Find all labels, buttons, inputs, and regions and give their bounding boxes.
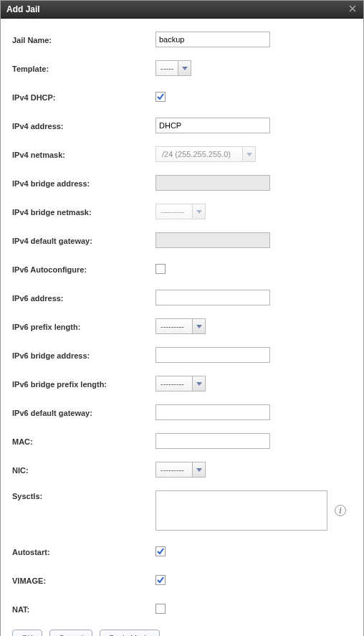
ipv6-prefix-length-value: --------- — [156, 322, 192, 331]
row-ipv6-prefix-length: IPv6 prefix length: --------- — [12, 318, 352, 334]
sysctls-input[interactable] — [155, 490, 327, 531]
ipv4-address-input[interactable] — [155, 118, 270, 133]
ok-button[interactable]: OK — [12, 630, 42, 636]
row-autostart: Autostart: — [12, 544, 352, 559]
label-ipv6-autoconfigure: IPv6 Autoconfigure: — [12, 264, 155, 274]
row-ipv4-netmask: IPv4 netmask: /24 (255.255.255.0) — [12, 146, 352, 162]
row-template: Template: ----- — [12, 60, 352, 76]
vimage-checkbox[interactable] — [155, 575, 166, 585]
label-ipv4-dhcp: IPv4 DHCP: — [12, 92, 155, 102]
basic-mode-button[interactable]: Basic Mode — [100, 630, 159, 636]
label-ipv6-prefix-length: IPv6 prefix length: — [12, 321, 155, 331]
chevron-down-icon — [192, 462, 205, 477]
template-select[interactable]: ----- — [155, 60, 191, 76]
label-nat: NAT: — [12, 604, 155, 614]
window-title: Add Jail — [6, 4, 40, 14]
template-select-value: ----- — [156, 64, 178, 72]
nic-select[interactable]: --------- — [155, 462, 206, 478]
add-jail-dialog: Add Jail Jail Name: Template: ----- — [0, 0, 364, 636]
ipv4-netmask-value: /24 (255.255.255.0) — [156, 150, 242, 158]
chevron-down-icon — [242, 147, 255, 161]
row-ipv6-autoconfigure: IPv6 Autoconfigure: — [12, 261, 352, 277]
ipv4-dhcp-checkbox[interactable] — [155, 92, 166, 102]
label-vimage: VIMAGE: — [12, 575, 155, 585]
row-ipv6-bridge-prefix-length: IPv6 bridge prefix length: --------- — [12, 376, 352, 391]
row-ipv4-address: IPv4 address: — [12, 118, 352, 133]
label-nic: NIC: — [12, 465, 155, 475]
row-jail-name: Jail Name: — [12, 32, 352, 47]
row-ipv4-default-gateway: IPv4 default gateway: — [12, 232, 352, 248]
ipv4-bridge-netmask-select[interactable]: --------- — [155, 204, 206, 219]
ipv6-default-gateway-input[interactable] — [155, 404, 270, 420]
label-jail-name: Jail Name: — [12, 34, 155, 44]
chevron-down-icon — [192, 204, 205, 219]
label-ipv4-bridge-netmask: IPv4 bridge netmask: — [12, 207, 155, 217]
label-ipv4-netmask: IPv4 netmask: — [12, 149, 155, 159]
label-autostart: Autostart: — [12, 546, 155, 556]
chevron-down-icon — [192, 376, 205, 391]
ipv6-prefix-length-select[interactable]: --------- — [155, 318, 206, 334]
mac-input[interactable] — [155, 433, 270, 449]
ipv4-bridge-address-input — [155, 175, 270, 191]
ipv6-bridge-address-input[interactable] — [155, 347, 270, 363]
label-ipv4-address: IPv4 address: — [12, 120, 155, 130]
row-sysctls: Sysctls: i — [12, 490, 352, 531]
label-ipv6-default-gateway: IPv6 default gateway: — [12, 407, 155, 417]
row-mac: MAC: — [12, 433, 352, 449]
ipv4-bridge-netmask-value: --------- — [156, 207, 192, 216]
row-ipv6-address: IPv6 address: — [12, 290, 352, 305]
row-nat: NAT: — [12, 601, 352, 617]
label-ipv6-bridge-address: IPv6 bridge address: — [12, 350, 155, 360]
label-ipv6-address: IPv6 address: — [12, 293, 155, 303]
ipv4-netmask-select[interactable]: /24 (255.255.255.0) — [155, 146, 256, 162]
jail-name-input[interactable] — [155, 32, 270, 47]
autostart-checkbox[interactable] — [155, 546, 166, 556]
ipv4-default-gateway-input — [155, 232, 270, 248]
chevron-down-icon — [178, 61, 191, 75]
nat-checkbox[interactable] — [155, 604, 166, 614]
label-ipv4-default-gateway: IPv4 default gateway: — [12, 235, 155, 245]
label-ipv4-bridge-address: IPv4 bridge address: — [12, 178, 155, 188]
ipv6-address-input[interactable] — [155, 290, 270, 305]
info-icon[interactable]: i — [335, 505, 346, 516]
row-ipv6-bridge-address: IPv6 bridge address: — [12, 347, 352, 363]
title-bar: Add Jail — [1, 1, 363, 19]
row-ipv4-dhcp: IPv4 DHCP: — [12, 89, 352, 105]
cancel-button[interactable]: Cancel — [49, 630, 92, 636]
row-vimage: VIMAGE: — [12, 572, 352, 588]
row-nic: NIC: --------- — [12, 462, 352, 478]
nic-value: --------- — [156, 465, 192, 474]
label-mac: MAC: — [12, 436, 155, 446]
button-row: OK Cancel Basic Mode — [12, 630, 352, 636]
ipv6-bridge-prefix-length-value: --------- — [156, 379, 192, 388]
dialog-content: Jail Name: Template: ----- IPv4 DHCP: — [1, 19, 363, 636]
ipv6-autoconfigure-checkbox[interactable] — [155, 264, 166, 274]
row-ipv4-bridge-address: IPv4 bridge address: — [12, 175, 352, 191]
ipv6-bridge-prefix-length-select[interactable]: --------- — [155, 376, 206, 391]
label-sysctls: Sysctls: — [12, 490, 155, 500]
row-ipv6-default-gateway: IPv6 default gateway: — [12, 404, 352, 420]
label-ipv6-bridge-prefix-length: IPv6 bridge prefix length: — [12, 379, 155, 389]
close-icon[interactable] — [348, 5, 358, 14]
chevron-down-icon — [192, 319, 205, 333]
row-ipv4-bridge-netmask: IPv4 bridge netmask: --------- — [12, 204, 352, 219]
label-template: Template: — [12, 63, 155, 73]
